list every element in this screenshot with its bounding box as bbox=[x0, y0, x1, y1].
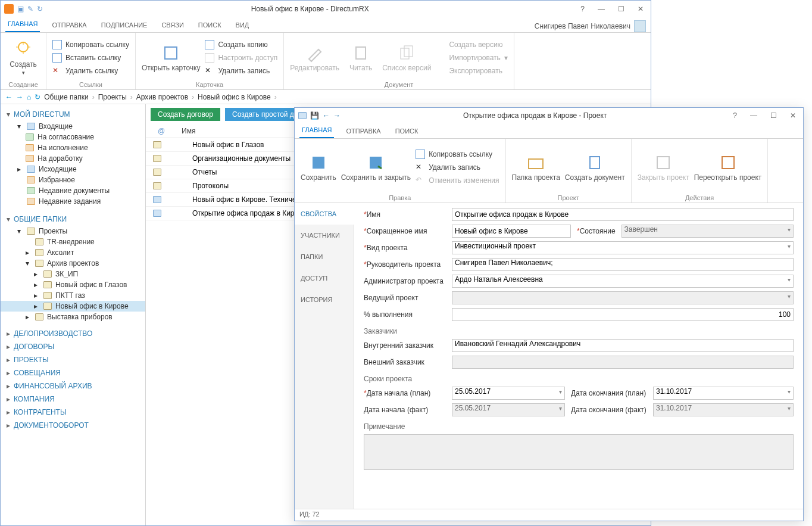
nav-refresh-icon[interactable]: ↻ bbox=[35, 93, 40, 101]
nav-shared[interactable]: ▾ОБЩИЕ ПАПКИ bbox=[1, 213, 145, 226]
dialog-minimize-button[interactable]: — bbox=[747, 110, 761, 121]
col-name[interactable]: Имя bbox=[182, 127, 195, 135]
qat-save-icon[interactable]: 💾 bbox=[310, 111, 319, 120]
create-button[interactable]: Создать▾ bbox=[7, 40, 40, 76]
nav-meet[interactable]: ▸СОВЕЩАНИЯ bbox=[1, 366, 145, 379]
dialog-close-button[interactable]: ✕ bbox=[786, 110, 799, 121]
delete-record-button[interactable]: ✕Удалить запись bbox=[416, 161, 499, 173]
dialog-help-icon[interactable]: ? bbox=[729, 110, 741, 121]
save-close-button[interactable]: Сохранить и закрыть bbox=[341, 153, 411, 182]
start-plan-field[interactable]: 25.05.2017 bbox=[452, 387, 565, 400]
nav-recent-docs[interactable]: Недавние документы bbox=[1, 185, 145, 196]
nav-incoming[interactable]: ▾Входящие bbox=[1, 121, 145, 132]
end-fact-field[interactable]: 31.10.2017 bbox=[653, 403, 794, 416]
create-contract-button[interactable]: Создать договор bbox=[151, 108, 220, 121]
note-field[interactable] bbox=[364, 434, 794, 470]
tab-links[interactable]: СВЯЗИ bbox=[159, 18, 186, 32]
nav-on-approve[interactable]: На согласование bbox=[1, 132, 145, 142]
project-folder-button[interactable]: Папка проекта bbox=[512, 153, 560, 182]
dtab-send[interactable]: ОТПРАВКА bbox=[343, 124, 383, 138]
qat-refresh-icon[interactable]: ↻ bbox=[37, 5, 43, 13]
nav-glazov[interactable]: ▸Новый офис в Глазов bbox=[1, 279, 145, 290]
crumb-3[interactable]: Новый офис в Кирове bbox=[198, 93, 271, 101]
nav-projects[interactable]: ▾Проекты bbox=[1, 226, 145, 236]
start-fact-field[interactable]: 25.05.2017 bbox=[452, 403, 565, 416]
nav-recent-tasks[interactable]: Недавние задания bbox=[1, 196, 145, 207]
nav-back-icon[interactable]: ← bbox=[5, 93, 13, 101]
stab-props[interactable]: СВОЙСТВА bbox=[295, 203, 354, 225]
nav-dp[interactable]: ▸ДЕЛОПРОИЗВОДСТВО bbox=[1, 327, 145, 340]
import-button: Импортировать ▾ bbox=[436, 52, 507, 64]
close-button[interactable]: ✕ bbox=[634, 4, 647, 14]
help-icon[interactable]: ? bbox=[577, 4, 588, 14]
tab-main[interactable]: ГЛАВНАЯ bbox=[5, 17, 40, 32]
nav-outgoing[interactable]: ▸Исходящие bbox=[1, 164, 145, 175]
nav-docflow[interactable]: ▸ДОКУМЕНТООБОРОТ bbox=[1, 419, 145, 432]
qat-new-icon[interactable]: ✎ bbox=[27, 5, 33, 13]
nav-home-icon[interactable]: ⌂ bbox=[27, 93, 31, 101]
status-field[interactable]: Завершен bbox=[622, 225, 794, 238]
lead-field[interactable] bbox=[452, 291, 794, 304]
nav-aksolit[interactable]: ▸Аксолит bbox=[1, 247, 145, 258]
nav-fav[interactable]: Избранное bbox=[1, 175, 145, 185]
qat-fwd-icon[interactable]: → bbox=[333, 111, 341, 120]
end-plan-field[interactable]: 31.10.2017 bbox=[653, 387, 794, 400]
nav-kirov[interactable]: ▸Новый офис в Кирове bbox=[1, 301, 145, 312]
nav-expo[interactable]: ▸Выставка приборов bbox=[1, 312, 145, 322]
minimize-button[interactable]: — bbox=[594, 4, 608, 14]
crumb-1[interactable]: Проекты bbox=[98, 93, 127, 101]
nav-tr[interactable]: TR-внедрение bbox=[1, 236, 145, 247]
type-field[interactable]: Инвестиционный проект bbox=[452, 241, 794, 254]
tab-send[interactable]: ОТПРАВКА bbox=[49, 18, 89, 32]
recent-icon bbox=[27, 198, 35, 205]
tab-sign[interactable]: ПОДПИСАНИЕ bbox=[99, 18, 150, 32]
stab-folders[interactable]: ПАПКИ bbox=[295, 246, 354, 267]
tab-search[interactable]: ПОИСК bbox=[196, 18, 224, 32]
nav-zk[interactable]: ▸ЗК_ИП bbox=[1, 269, 145, 279]
stab-access[interactable]: ДОСТУП bbox=[295, 267, 354, 289]
admin-field[interactable]: Ардо Наталья Алексеевна bbox=[452, 275, 794, 288]
delete-link-button[interactable]: ✕Удалить ссылку bbox=[52, 65, 129, 77]
copy-link-button[interactable]: Копировать ссылку bbox=[416, 148, 499, 160]
nav-company[interactable]: ▸КОМПАНИЯ bbox=[1, 393, 145, 406]
insert-link-button[interactable]: Вставить ссылку bbox=[52, 52, 129, 64]
nav-mydir[interactable]: ▾МОЙ DIRECTUM bbox=[1, 108, 145, 121]
nav-fwd-icon[interactable]: → bbox=[16, 93, 23, 101]
manager-field[interactable]: Снигирев Павел Николаевич; bbox=[452, 258, 794, 271]
nav-contracts[interactable]: ▸ДОГОВОРЫ bbox=[1, 340, 145, 353]
dtab-search[interactable]: ПОИСК bbox=[393, 124, 421, 138]
nav-proj2[interactable]: ▸ПРОЕКТЫ bbox=[1, 353, 145, 366]
create-copy-button[interactable]: Создать копию bbox=[205, 39, 277, 51]
crumb-0[interactable]: Общие папки bbox=[44, 93, 88, 101]
dtab-main[interactable]: ГЛАВНАЯ bbox=[299, 123, 334, 138]
nav-pktt[interactable]: ▸ПКТТ газ bbox=[1, 290, 145, 301]
percent-field[interactable] bbox=[452, 308, 794, 321]
maximize-button[interactable]: ☐ bbox=[614, 4, 628, 14]
create-doc-button[interactable]: Создать документ bbox=[565, 153, 625, 182]
qat-back-icon[interactable]: ← bbox=[323, 111, 330, 120]
nav-contr[interactable]: ▸КОНТРАГЕНТЫ bbox=[1, 406, 145, 419]
nav-archive[interactable]: ▾Архив проектов bbox=[1, 258, 145, 269]
reopen-project-button[interactable]: Переоткрыть проект bbox=[694, 153, 762, 182]
group-actions-label: Действия bbox=[638, 193, 762, 201]
crumb-2[interactable]: Архив проектов bbox=[136, 93, 188, 101]
user-block[interactable]: Снигирев Павел Николаевич bbox=[535, 20, 646, 32]
ext-cust-field[interactable] bbox=[452, 356, 794, 369]
short-name-field[interactable] bbox=[452, 225, 571, 238]
tab-view[interactable]: ВИД bbox=[233, 18, 252, 32]
dialog-maximize-button[interactable]: ☐ bbox=[767, 110, 780, 121]
int-cust-field[interactable]: Ивановский Геннадий Александрович bbox=[452, 339, 794, 352]
save-button[interactable]: Сохранить bbox=[301, 153, 336, 182]
dialog-ribbon-tabs: ГЛАВНАЯ ОТПРАВКА ПОИСК bbox=[295, 123, 803, 139]
stab-history[interactable]: ИСТОРИЯ bbox=[295, 289, 354, 310]
clock-icon bbox=[26, 144, 34, 151]
nav-finarch[interactable]: ▸ФИНАНСОВЫЙ АРХИВ bbox=[1, 379, 145, 393]
name-field[interactable] bbox=[452, 208, 794, 221]
qat-save-icon[interactable]: ▣ bbox=[17, 5, 24, 13]
delete-record-button[interactable]: ✕Удалить запись bbox=[205, 65, 277, 77]
nav-on-exec[interactable]: На исполнение bbox=[1, 142, 145, 153]
copy-link-button[interactable]: Копировать ссылку bbox=[52, 39, 129, 51]
nav-on-rework[interactable]: На доработку bbox=[1, 153, 145, 164]
open-card-button[interactable]: Открыть карточку bbox=[142, 43, 200, 72]
stab-members[interactable]: УЧАСТНИКИ bbox=[295, 225, 354, 246]
